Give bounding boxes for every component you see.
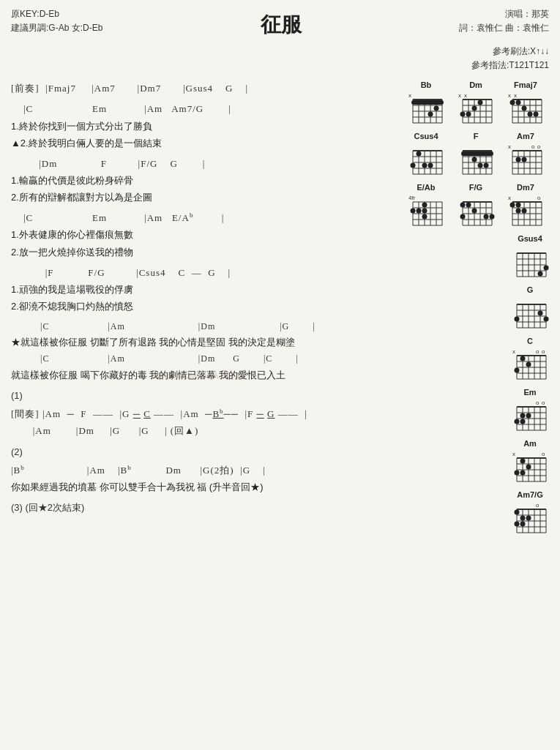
f-diagram (457, 142, 495, 180)
strum-pattern: 參考刷法:X↑↓↓ (471, 45, 549, 59)
svg-point-205 (526, 413, 531, 419)
svg-point-95 (522, 157, 527, 162)
svg-point-173 (544, 317, 549, 322)
svg-point-171 (515, 317, 520, 322)
chord-csus4: Csus4 (403, 132, 449, 180)
singer: 演唱：那英 (459, 7, 549, 21)
svg-point-61 (417, 151, 422, 157)
svg-text:x: x (508, 195, 511, 201)
csus4-diagram (407, 142, 445, 180)
header-left: 原KEY:D-Eb 建議男調:G-Ab 女:D-Eb (11, 7, 102, 35)
svg-text:x: x (464, 92, 467, 99)
svg-point-28 (478, 100, 483, 105)
svg-point-223 (515, 470, 520, 476)
section-4: |F F/G |Csus4 C — G | 1.頑強的我是這場戰役的俘虜 2.卻… (11, 265, 399, 315)
svg-text:o: o (536, 502, 540, 509)
svg-point-111 (422, 209, 428, 214)
chord-row-2: Csus4 (403, 132, 549, 180)
section-2: |Dm F |F/G G | 1.輸贏的代價是彼此粉身碎骨 2.所有的辯解都讓對… (11, 156, 399, 206)
chord-g-row: G (403, 285, 549, 334)
part3-section: (3) (回★2次結束) (11, 500, 399, 516)
svg-point-124 (460, 203, 466, 208)
fmaj7-diagram: x x (507, 91, 545, 129)
chorus-chords-2: |C |Am |Dm G |C | (11, 351, 399, 366)
part1-label: (1) (11, 388, 399, 404)
chord-em-row: Em o o (403, 388, 549, 436)
svg-point-241 (520, 522, 526, 527)
svg-point-14 (428, 112, 433, 117)
svg-point-240 (515, 522, 520, 527)
svg-text:x: x (458, 92, 461, 99)
svg-text:x: x (408, 92, 411, 99)
intro-chords: [前奏] |Fmaj7 |Am7 |Dm7 |Gsus4 G | (11, 80, 399, 97)
svg-text:o: o (542, 400, 545, 406)
chord-fg: F/G (452, 183, 499, 231)
c-diagram: x o o (511, 347, 549, 385)
svg-point-125 (466, 203, 471, 208)
chord-gsus4-row: Gsus4 (403, 234, 549, 282)
key-original: 原KEY:D-Eb (11, 7, 102, 21)
key-suggestion: 建議男調:G-Ab 女:D-Eb (11, 21, 102, 35)
chord-bb: Bb x (403, 80, 449, 129)
credits: 詞：袁惟仁 曲：袁惟仁 (459, 21, 549, 35)
part2-lyric: 你如果經過我的墳墓 你可以雙手合十為我祝 福 (升半音回★) (11, 479, 399, 495)
svg-point-110 (417, 209, 422, 214)
section-1-lyric-1: 1.終於你找到一個方式分出了勝負 (11, 119, 399, 135)
chord-gsus4: Gsus4 (511, 234, 549, 282)
section-4-chords: |F F/G |Csus4 C — G | (11, 265, 399, 281)
chord-c: C x o o (511, 337, 549, 385)
svg-point-206 (515, 419, 520, 424)
song-title: 征服 (102, 11, 458, 39)
svg-point-109 (411, 209, 416, 214)
svg-point-143 (510, 203, 515, 208)
section-3-chords: |C Em |Am E/Ab | (11, 210, 399, 226)
svg-point-188 (520, 356, 526, 361)
svg-rect-76 (461, 151, 493, 156)
chord-c-row: C x o o (403, 337, 549, 385)
svg-point-190 (515, 368, 520, 373)
svg-point-108 (422, 203, 428, 208)
svg-text:x: x (512, 348, 515, 355)
svg-point-224 (520, 470, 526, 476)
svg-point-112 (422, 214, 428, 220)
chorus-chords-1: |C |Am |Dm |G | (11, 319, 399, 334)
svg-text:o: o (537, 143, 541, 150)
svg-point-78 (478, 163, 483, 168)
svg-point-129 (490, 214, 495, 220)
svg-point-126 (472, 209, 477, 214)
am7g-diagram: o (511, 500, 549, 539)
section-4-lyric-2: 2.卻澆不熄我胸口灼熱的憤怒 (11, 299, 399, 315)
chord-g: G (511, 285, 549, 334)
em-diagram: o o (511, 398, 549, 436)
part1-interlude: [間奏] |Am ─ F —— |G ─ C —— |Am ─Bb── |F ─… (11, 406, 399, 422)
part2-label: (2) (11, 444, 399, 460)
svg-point-207 (520, 419, 526, 424)
svg-point-204 (520, 413, 526, 419)
svg-point-237 (515, 510, 520, 515)
svg-text:o: o (542, 348, 545, 355)
part1-chords2: |Am |Dm |G |G | (回▲) (11, 423, 399, 439)
chord-diagrams: Bb x (403, 80, 549, 541)
svg-text:4fr: 4fr (408, 195, 416, 201)
svg-point-239 (526, 516, 531, 521)
svg-point-189 (526, 362, 531, 367)
page: 原KEY:D-Eb 建議男調:G-Ab 女:D-Eb 征服 演唱：那英 詞：袁惟… (0, 0, 560, 750)
sheet: [前奏] |Fmaj7 |Am7 |Dm7 |Gsus4 G | |C Em |… (11, 80, 399, 541)
svg-point-94 (516, 157, 521, 162)
svg-point-146 (522, 209, 527, 214)
chord-em: Em o o (511, 388, 549, 436)
svg-text:x: x (512, 451, 515, 457)
chord-am: Am x o (511, 439, 549, 487)
bb-diagram: x (407, 91, 445, 129)
part2-section: (2) |Bb |Am |Bb Dm |G(2拍) |G | 你如果經過我的墳墓… (11, 444, 399, 496)
intro-section: [前奏] |Fmaj7 |Am7 |Dm7 |Gsus4 G | (11, 80, 399, 97)
chorus-lyric-2: 就這樣被你征服 喝下你藏好的毒 我的劇情已落幕 我的愛恨已入土 (11, 367, 399, 383)
svg-point-48 (528, 112, 533, 117)
svg-point-172 (538, 311, 543, 316)
dm-diagram: x x (457, 91, 495, 129)
chord-eab: E/Ab 4fr (403, 183, 449, 231)
section-4-lyric-1: 1.頑強的我是這場戰役的俘虜 (11, 282, 399, 298)
chord-am-row: Am x o (403, 439, 549, 487)
ref-info: 參考刷法:X↑↓↓ 參考指法:T121T121 (471, 45, 549, 72)
svg-point-158 (544, 266, 549, 271)
